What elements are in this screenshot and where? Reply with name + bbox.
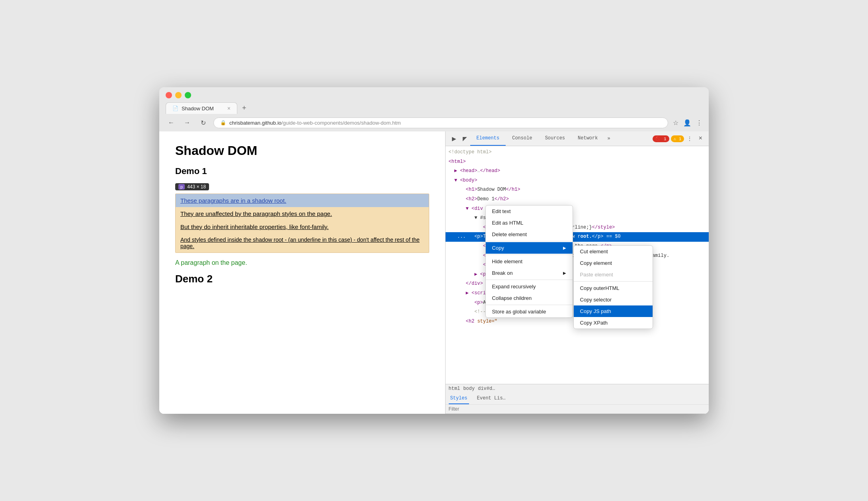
tooltip-badge: p 443 × 18 xyxy=(175,183,209,190)
tabs-row: 📄 Shadow DOM × + xyxy=(166,102,702,114)
error-badge-area: 🚫 1 ⚠ 1 xyxy=(653,135,684,142)
inspect-element-icon[interactable]: ▶ xyxy=(449,132,459,145)
url-text: chrisbateman.github.io/guide-to-web-comp… xyxy=(229,120,401,126)
ctx-divider-3 xyxy=(486,280,573,280)
tree-line[interactable]: <html> xyxy=(446,157,709,167)
ctx-collapse-children[interactable]: Collapse children xyxy=(486,292,573,304)
more-tabs-button[interactable]: » xyxy=(604,133,613,145)
ctx-copy[interactable]: Copy ▶ xyxy=(486,242,573,254)
browser-tab-active[interactable]: 📄 Shadow DOM × xyxy=(166,102,237,114)
shadow-para-4: And styles defined inside the shadow roo… xyxy=(176,233,429,252)
error-count-badge[interactable]: 🚫 1 xyxy=(653,135,669,142)
badge-size: 443 × 18 xyxy=(187,184,206,190)
devtools-subtabs: Styles Event Lis… xyxy=(446,393,709,405)
ctx-edit-html[interactable]: Edit as HTML xyxy=(486,217,573,229)
menu-icon[interactable]: ⋮ xyxy=(696,119,702,127)
minimize-button[interactable] xyxy=(175,92,182,98)
ctx-edit-text[interactable]: Edit text xyxy=(486,205,573,217)
page-content: Shadow DOM Demo 1 p 443 × 18 These parag… xyxy=(159,131,445,414)
context-menu: Edit text Edit as HTML Delete element Co… xyxy=(485,205,573,318)
back-button[interactable]: ← xyxy=(166,117,177,128)
ctx-break-on[interactable]: Break on ▶ xyxy=(486,267,573,279)
lock-icon: 🔒 xyxy=(220,120,226,125)
ctx-break-on-label: Break on xyxy=(492,270,513,276)
shadow-para-3: But they do inherit inheritable properti… xyxy=(176,220,429,233)
filter-bar xyxy=(446,405,709,414)
ctx-copy-js-path[interactable]: Copy JS path xyxy=(574,305,653,317)
tab-page-icon: 📄 xyxy=(172,106,178,111)
bookmark-icon[interactable]: ☆ xyxy=(673,119,678,127)
tab-title: Shadow DOM xyxy=(182,106,214,112)
url-path: /guide-to-web-components/demos/shadow-do… xyxy=(282,120,401,126)
breadcrumb-div[interactable]: div#d… xyxy=(478,386,495,391)
profile-icon[interactable]: 👤 xyxy=(683,119,691,127)
url-bar[interactable]: 🔒 chrisbateman.github.io/guide-to-web-co… xyxy=(213,117,668,128)
maximize-button[interactable] xyxy=(185,92,191,98)
ctx-delete-element[interactable]: Delete element xyxy=(486,229,573,240)
ctx-divider-1 xyxy=(486,241,573,241)
ctx-copy-selector[interactable]: Copy selector xyxy=(574,294,653,305)
page-title: Shadow DOM xyxy=(175,143,429,158)
subtab-event-listeners[interactable]: Event Lis… xyxy=(475,393,507,404)
devtools-panel: ▶ ◤ Elements Console Sources Network » 🚫… xyxy=(445,131,709,414)
tab-close-icon[interactable]: × xyxy=(227,105,231,112)
tree-line[interactable]: <!doctype html> xyxy=(446,148,709,157)
shadow-dom-box: These paragraphs are in a shadow root. T… xyxy=(175,194,429,253)
ctx-paste-element[interactable]: Paste element xyxy=(574,269,653,280)
ctx-cut-element[interactable]: Cut element xyxy=(574,246,653,257)
tree-line[interactable]: ▼ <body> xyxy=(446,176,709,186)
ctx-expand-recursively[interactable]: Expand recursively xyxy=(486,281,573,292)
tree-line[interactable]: <h2>Demo 1</h2> xyxy=(446,195,709,204)
devtools-close-icon[interactable]: × xyxy=(695,132,706,145)
filter-input[interactable] xyxy=(449,406,706,412)
tab-elements[interactable]: Elements xyxy=(470,131,506,146)
ctx-copy-label: Copy xyxy=(492,245,504,251)
forward-button[interactable]: → xyxy=(182,117,193,128)
shadow-para-2: They are unaffected by the paragraph sty… xyxy=(176,207,429,220)
tab-console[interactable]: Console xyxy=(506,131,538,146)
ctx-break-on-arrow: ▶ xyxy=(563,271,566,275)
new-tab-button[interactable]: + xyxy=(239,102,250,114)
badge-p-label: p xyxy=(178,184,185,190)
ctx-copy-arrow: ▶ xyxy=(563,246,566,250)
demo1-heading: Demo 1 xyxy=(175,166,429,176)
ctx-copy-element[interactable]: Copy element xyxy=(574,257,653,269)
demo2-heading: Demo 2 xyxy=(175,273,429,285)
ctx-hide-element[interactable]: Hide element xyxy=(486,256,573,267)
devtools-more-icon[interactable]: ⋮ xyxy=(684,133,695,145)
ctx-store-global[interactable]: Store as global variable xyxy=(486,306,573,317)
ctx-divider-4 xyxy=(486,305,573,305)
devtools-bottom: html body div#d… Styles Event Lis… xyxy=(446,384,709,414)
ctx-copy-outerhtml[interactable]: Copy outerHTML xyxy=(574,282,653,294)
reload-button[interactable]: ↻ xyxy=(197,117,209,128)
content-area: Shadow DOM Demo 1 p 443 × 18 These parag… xyxy=(159,131,709,414)
tree-line[interactable]: ▼ #shadow-root (open) xyxy=(446,213,709,223)
devtools-tabs: ▶ ◤ Elements Console Sources Network » 🚫… xyxy=(446,131,709,146)
tab-sources[interactable]: Sources xyxy=(539,131,571,146)
address-bar-right: ☆ 👤 ⋮ xyxy=(673,119,702,127)
device-toggle-icon[interactable]: ◤ xyxy=(459,132,470,145)
title-bar: 📄 Shadow DOM × + xyxy=(159,87,709,114)
traffic-lights xyxy=(166,92,702,98)
tab-network[interactable]: Network xyxy=(571,131,604,146)
tree-line[interactable]: ▼ <div id="demo1"> xyxy=(446,204,709,214)
subtab-styles[interactable]: Styles xyxy=(449,393,469,404)
breadcrumb-body[interactable]: body xyxy=(463,386,475,391)
devtools-breadcrumb: html body div#d… xyxy=(446,384,709,393)
shadow-para-1: These paragraphs are in a shadow root. xyxy=(176,194,429,207)
warn-count-badge[interactable]: ⚠ 1 xyxy=(671,135,684,142)
ctx-divider-2 xyxy=(486,254,573,255)
tree-line[interactable]: ▶ <head>…</head> xyxy=(446,166,709,176)
close-button[interactable] xyxy=(166,92,172,98)
browser-window: 📄 Shadow DOM × + ← → ↻ 🔒 chrisbateman.gi… xyxy=(159,87,709,414)
tree-line[interactable]: <h1>Shadow DOM</h1> xyxy=(446,185,709,195)
url-domain: chrisbateman.github.io xyxy=(229,120,282,126)
address-bar: ← → ↻ 🔒 chrisbateman.github.io/guide-to-… xyxy=(159,114,709,131)
breadcrumb-html[interactable]: html xyxy=(449,386,460,391)
tree-line[interactable]: <style>p {text-decoration: underline;}</… xyxy=(446,223,709,233)
tree-line-selected[interactable]: ... <p>These paragraphs are in a shadow … xyxy=(446,232,709,242)
green-paragraph: A paragraph on the page. xyxy=(175,259,429,266)
ctx-copy-xpath[interactable]: Copy XPath xyxy=(574,317,653,329)
copy-divider-1 xyxy=(574,281,653,282)
copy-submenu: Cut element Copy element Paste element C… xyxy=(573,245,653,329)
